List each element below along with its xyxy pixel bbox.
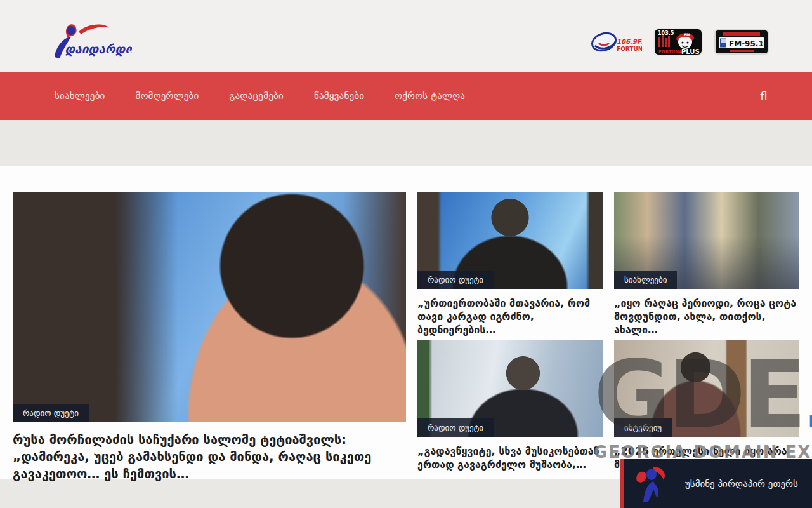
fortuna-logo[interactable]: 106.9FM FORTUNA	[590, 28, 642, 56]
avtoradio-dot	[760, 41, 762, 43]
main-content: რადიო დუეტი რუსა მორჩილაძის საჩუქარი სალ…	[0, 166, 812, 479]
plus-eye	[686, 41, 688, 43]
fortuna-globe-icon	[590, 30, 618, 53]
logo-head	[67, 26, 75, 35]
category-badge: რადიო დუეტი	[417, 271, 494, 289]
nav-items: სიახლეები მომღერლები გადაცემები წამყვანე…	[55, 90, 465, 102]
live-stream-popup[interactable]: უსმინე პირდაპირ ეთერს	[620, 459, 812, 508]
main-article-card[interactable]: რადიო დუეტი რუსა მორჩილაძის საჩუქარი სალ…	[13, 192, 406, 483]
avtoradio-top-strip	[723, 32, 760, 36]
popup-logo-figure	[634, 465, 669, 503]
fortuna-brand: FORTUNA	[617, 46, 642, 52]
search-icon[interactable]: fl	[760, 72, 768, 120]
equalizer-bar	[662, 34, 664, 47]
nav-item-singers[interactable]: მომღერლები	[136, 90, 199, 102]
popup-head	[646, 469, 657, 480]
article-image[interactable]: რადიო დუეტი	[417, 192, 603, 289]
nav-item-hosts[interactable]: წამყვანები	[314, 90, 364, 102]
secondary-column-2: სიახლეები „იყო რაღაც პერიოდი, როცა ცოტა …	[614, 192, 799, 483]
nav-item-news[interactable]: სიახლეები	[55, 90, 105, 102]
fortuna-plus-suffix: PLUS	[681, 48, 700, 55]
logo-wordmark: დაიდარდო	[65, 42, 132, 57]
partner-logos: 106.9FM FORTUNA 103.5 FM FORTUNA PLUS	[590, 27, 769, 57]
article-card[interactable]: ინტერვიუ „2025 ურთულესი წელი იყო არა მხო…	[614, 340, 799, 474]
avtoradio-logo[interactable]: FM-95.1	[714, 29, 769, 55]
site-logo[interactable]: დაიდარდო	[43, 18, 132, 62]
fortuna-freq: 106.9FM	[617, 38, 642, 45]
main-article-column: რადიო დუეტი რუსა მორჩილაძის საჩუქარი სალ…	[13, 192, 406, 483]
site-header: დაიდარდო 106.9FM FORTUNA 103.5	[0, 0, 812, 72]
logo-red-arc	[79, 25, 109, 34]
category-badge: რადიო დუეტი	[417, 418, 494, 437]
article-grid: რადიო დუეტი რუსა მორჩილაძის საჩუქარი სალ…	[0, 166, 812, 483]
avtoradio-bottom-strip	[730, 50, 754, 53]
article-image[interactable]: რადიო დუეტი	[417, 340, 603, 437]
popup-label: უსმინე პირდაპირ ეთერს	[685, 478, 798, 490]
popup-red-arm	[636, 471, 646, 482]
article-title[interactable]: „იყო რაღაც პერიოდი, როცა ცოტა მოვდუნდით,…	[614, 297, 799, 337]
avtoradio-plate-text: FM-95.1	[729, 39, 764, 48]
category-badge: ინტერვიუ	[614, 418, 672, 437]
article-card[interactable]: რადიო დუეტი „გადავწყვიტე, სხვა მუსიკოსებ…	[417, 340, 603, 474]
main-article-image[interactable]: რადიო დუეტი	[13, 192, 406, 422]
fortuna-plus-logo[interactable]: 103.5 FM FORTUNA PLUS	[653, 27, 703, 57]
plus-cap-text: FM	[684, 32, 690, 37]
equalizer-bar	[658, 37, 660, 47]
site-logo-figure: დაიდარდო	[43, 18, 132, 62]
fortuna-plus-freq: 103.5	[658, 30, 674, 36]
article-image[interactable]: ინტერვიუ	[614, 340, 799, 437]
nav-item-programs[interactable]: გადაცემები	[230, 90, 284, 102]
main-nav: სიახლეები მომღერლები გადაცემები წამყვანე…	[0, 72, 812, 120]
secondary-column-1: რადიო დუეტი „ურთიერთობაში მთავარია, რომ …	[417, 192, 603, 483]
article-title[interactable]: „ურთიერთობაში მთავარია, რომ თავი კარგად …	[417, 297, 603, 337]
popup-leg	[652, 483, 658, 498]
article-card[interactable]: სიახლეები „იყო რაღაც პერიოდი, როცა ცოტა …	[614, 192, 799, 337]
plus-eye	[681, 41, 683, 43]
category-badge: რადიო დუეტი	[13, 404, 89, 422]
page: დაიდარდო 106.9FM FORTUNA 103.5	[0, 0, 812, 508]
category-badge: სიახლეები	[614, 271, 677, 289]
nav-item-golden-wave[interactable]: ოქროს ტალღა	[395, 90, 465, 102]
article-card[interactable]: რადიო დუეტი „ურთიერთობაში მთავარია, რომ …	[417, 192, 603, 337]
equalizer-bar	[668, 36, 670, 47]
equalizer-bar	[665, 38, 667, 47]
main-article-title[interactable]: რუსა მორჩილაძის საჩუქარი სალომე ტეტიაშვი…	[13, 431, 406, 483]
article-title[interactable]: „გადავწყვიტე, სხვა მუსიკოსებთან ერთად გა…	[417, 444, 603, 474]
article-image[interactable]: სიახლეები	[614, 192, 799, 289]
fortuna-plus-brand: FORTUNA	[658, 50, 683, 55]
